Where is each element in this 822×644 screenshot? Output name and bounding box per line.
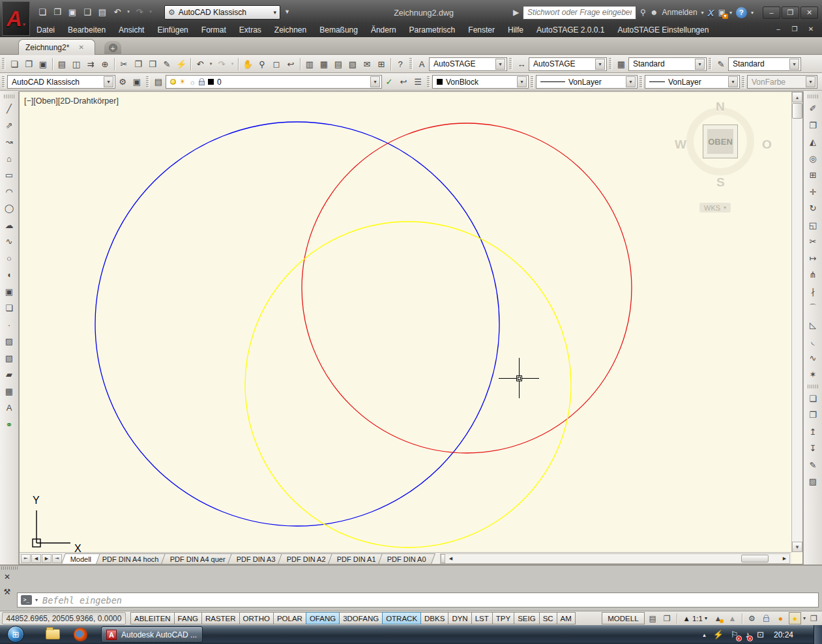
layer-properties-icon[interactable]: ▤ [151,74,166,89]
toolbar-grip[interactable] [2,76,5,88]
hatch-icon[interactable]: ▨ [1,333,18,350]
menu-format[interactable]: Format [195,25,233,35]
toolbar-grip[interactable] [509,58,512,70]
make-object-layer-current-icon[interactable]: ✓ [382,74,396,89]
text-style-icon[interactable]: A [415,57,429,72]
dim-style-combo[interactable]: AutoSTAGE ▾ [529,57,607,71]
toggle-3dofang[interactable]: 3DOFANG [339,612,383,624]
zoom-realtime-icon[interactable]: ⚲ [255,57,269,72]
offset-icon[interactable]: ◎ [805,151,821,168]
make-block-icon[interactable]: ❏ [1,300,18,317]
viewport-view-control[interactable]: [Oben] [33,96,58,106]
zoom-window-icon[interactable]: ◻ [269,57,284,72]
tool-palettes-icon[interactable]: ▤ [331,57,345,72]
scale-icon[interactable]: ◱ [805,217,821,234]
publish-icon[interactable]: ⇉ [83,57,98,72]
rectangle-icon[interactable]: ▭ [1,167,18,184]
chevron-down-icon[interactable]: ▾ [728,76,738,87]
vertical-scrollbar[interactable]: ▴ ▼ [791,92,802,552]
toolbar-grip[interactable] [639,76,643,88]
quick-view-layouts-icon[interactable]: ▤ [647,612,659,624]
polyline-icon[interactable]: ↝ [1,134,18,151]
designcenter-icon[interactable]: ▦ [317,57,331,72]
toggle-dyn[interactable]: DYN [448,612,471,624]
quickcalc-icon[interactable]: ⊞ [374,57,389,72]
clock[interactable]: 20:24 [774,630,793,639]
break-icon[interactable]: ∤ [805,284,821,300]
redo-dropdown-icon[interactable]: ▾ [229,57,236,72]
group-icon[interactable]: ⚭ [1,417,18,433]
help-icon[interactable]: ? [393,57,407,72]
annotation-scale-button[interactable]: ▲ 1:1 ▾ [681,612,710,624]
toggle-dbks[interactable]: DBKS [420,612,448,624]
redo-menu-icon[interactable]: ▾ [147,5,154,19]
viewcube-wcs-menu[interactable]: WKS ▾ [699,203,731,212]
circle-icon[interactable]: ◯ [1,200,18,217]
tab-close-icon[interactable]: ✕ [78,44,83,51]
toolbar-grip[interactable] [427,76,430,88]
action-center-flag-icon[interactable]: ⚐✕ [731,630,739,639]
revcloud-icon[interactable]: ☁ [1,217,18,234]
chevron-down-icon[interactable]: ▾ [695,59,705,70]
minimize-button[interactable]: – [763,7,780,19]
point-icon[interactable]: ∙ [1,317,18,334]
workspace-switching-icon[interactable]: ⚙ [746,612,758,624]
menu-hilfe[interactable]: Hilfe [501,25,530,35]
workspace-switch-combo[interactable]: AutoCAD Klassisch ▾ [7,75,115,89]
toggle-fang[interactable]: FANG [174,612,202,624]
viewcube-north[interactable]: N [716,100,725,114]
menu-aendern[interactable]: Ändern [364,25,403,35]
toggle-raster[interactable]: RASTER [201,612,240,624]
text-style-combo[interactable]: AutoSTAGE ▾ [429,57,507,71]
break-at-point-icon[interactable]: ⋔ [805,267,821,284]
menu-extras[interactable]: Extras [233,25,268,35]
explorer-icon[interactable] [46,629,60,639]
circle-blue[interactable] [95,122,499,526]
communication-center-icon[interactable]: ▣ ▼ [718,8,726,17]
circle-yellow[interactable] [245,222,571,548]
exchange-apps-icon[interactable]: X [708,7,714,18]
previous-layout-icon[interactable]: ◀ [31,554,41,563]
menu-zeichnen[interactable]: Zeichnen [268,25,313,35]
hatch-to-back-icon[interactable]: ▨ [805,473,821,490]
zoom-previous-icon[interactable]: ↩ [284,57,298,72]
horizontal-scroll-thumb[interactable] [741,555,769,563]
viewcube-east[interactable]: O [762,138,772,152]
trim-icon[interactable]: ✂ [805,233,821,250]
save-workspace-icon[interactable]: ▣ [130,74,144,89]
toggle-sc[interactable]: SC [539,612,557,624]
construction-line-icon[interactable]: ⇗ [1,117,18,134]
copy-icon[interactable]: ❐ [805,117,821,134]
toggle-otrack[interactable]: OTRACK [382,612,421,624]
show-hidden-icons[interactable]: ▴ [703,632,706,638]
layout-tab-pdf-din-a1[interactable]: PDF DIN A1 [328,553,385,564]
restore-button[interactable]: ❐ [782,7,799,19]
scroll-right-icon[interactable]: ▶ [780,554,789,563]
menu-fenster[interactable]: Fenster [462,25,501,35]
undo-menu-icon[interactable]: ▾ [125,5,132,19]
plot-preview-icon[interactable]: ◫ [69,57,83,72]
toggle-ofang[interactable]: OFANG [306,612,340,624]
document-tab[interactable]: Zeichnung2* ✕ [18,39,95,55]
qnew-icon[interactable]: ❏ [35,5,50,19]
start-button[interactable]: ⊞ [7,626,24,643]
autocad-task-button[interactable]: A Autodesk AutoCAD ... [101,626,203,643]
first-layout-icon[interactable]: ⇤ [21,554,31,563]
toolbar-grip[interactable] [4,95,14,98]
sheet-set-manager-icon[interactable]: ▧ [345,57,360,72]
quick-view-drawings-icon[interactable]: ❐ [661,612,673,624]
pan-icon[interactable]: ✋ [241,57,255,72]
layout-tab-pdf-din-a0[interactable]: PDF DIN A0 [378,553,435,564]
undo-icon[interactable]: ↶ [110,5,125,19]
qopen-icon[interactable]: ❐ [50,5,65,19]
layer-vp-freeze-icon[interactable]: ☼ [189,78,196,86]
lineweight-combo[interactable]: VonLayer ▾ [645,75,740,89]
menu-datei[interactable]: Datei [30,25,61,35]
scroll-left-icon[interactable]: ◀ [446,554,456,563]
command-settings-icon[interactable]: ⚒ [4,587,11,596]
comm-dropdown-icon[interactable]: ▾ [729,10,732,16]
doc-restore-button[interactable]: ❐ [787,23,802,34]
gradient-icon[interactable]: ▧ [1,350,18,367]
close-command-icon[interactable]: ✕ [4,572,10,581]
copy-clip-icon[interactable]: ❐ [131,57,145,72]
